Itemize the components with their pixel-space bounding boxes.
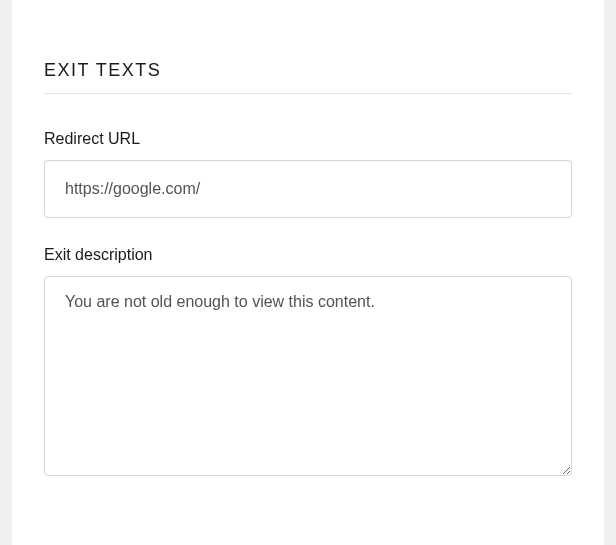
redirect-url-field: Redirect URL: [44, 130, 572, 218]
exit-description-label: Exit description: [44, 246, 572, 264]
exit-description-field: Exit description: [44, 246, 572, 480]
redirect-url-input[interactable]: [44, 160, 572, 218]
section-title: EXIT TEXTS: [44, 60, 572, 81]
section-divider: [44, 93, 572, 94]
settings-panel: EXIT TEXTS Redirect URL Exit description: [12, 0, 604, 545]
redirect-url-label: Redirect URL: [44, 130, 572, 148]
page-container: EXIT TEXTS Redirect URL Exit description: [0, 0, 616, 545]
exit-description-textarea[interactable]: [44, 276, 572, 476]
